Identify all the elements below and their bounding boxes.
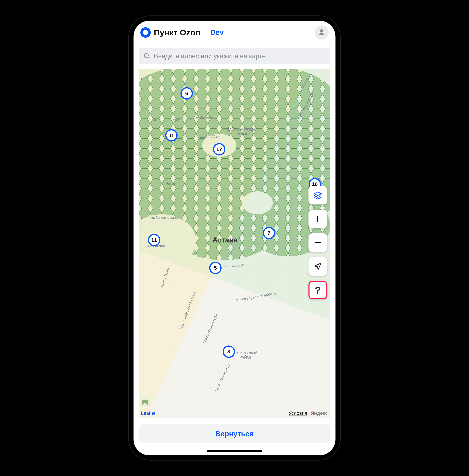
layers-button[interactable] — [308, 186, 327, 204]
road-label: просп. Аль-Фараби — [296, 92, 315, 121]
map-controls: ? — [308, 186, 327, 299]
road-label: просп. Туран — [160, 267, 170, 288]
cluster-marker[interactable]: 11 — [148, 234, 160, 246]
cluster-marker[interactable]: 17 — [213, 143, 225, 155]
cluster-marker[interactable]: 5 — [209, 262, 222, 274]
road-label: ул. Александ — [298, 73, 312, 93]
return-button-label: Вернуться — [215, 430, 254, 438]
road-label: ул. Сыганак — [225, 263, 244, 268]
layers-icon — [314, 191, 322, 199]
cluster-marker[interactable]: 6 — [181, 87, 193, 99]
search-placeholder: Введите адрес или укажите на карте — [154, 52, 266, 60]
road-label: просп. Мангилик Ел — [214, 363, 231, 393]
road-label: ул. Ханов Керея и Жанибека — [230, 291, 276, 303]
road-label: ул. Мухамедханова — [150, 216, 182, 220]
terms-link[interactable]: Условия — [289, 410, 307, 416]
ozon-logo-icon — [140, 27, 151, 38]
search-input[interactable]: Введите адрес или укажите на карте — [139, 48, 330, 64]
district-label: ЕСИЛЬСКИЙРАЙОН — [234, 351, 258, 359]
question-icon: ? — [315, 285, 321, 296]
home-indicator — [207, 450, 262, 452]
road-label: просп. Богенбай батыра — [173, 115, 212, 122]
plus-icon — [314, 215, 322, 223]
app-header: Пункт Ozon Dev — [134, 21, 335, 43]
search-icon — [144, 53, 150, 60]
hex-overlay — [139, 69, 330, 260]
minus-icon — [314, 238, 322, 247]
cluster-marker[interactable]: 8 — [165, 129, 178, 142]
map-city-label: Астана — [212, 236, 237, 244]
zoom-out-button[interactable] — [308, 233, 327, 252]
district-label: БАЙКОНУРСКИЙРАЙОН — [227, 128, 258, 136]
cluster-marker[interactable]: 7 — [263, 227, 275, 239]
zoom-in-button[interactable] — [308, 210, 327, 228]
road-label: просп. Абая — [200, 134, 219, 139]
leaflet-attribution[interactable]: Leaflet — [141, 410, 155, 416]
yandex-attribution[interactable]: Яндекс — [311, 410, 328, 416]
navigate-icon — [314, 262, 322, 271]
road-label: р. Ишим — [162, 181, 175, 186]
help-button[interactable]: ? — [308, 281, 327, 299]
cluster-marker[interactable]: 8 — [223, 345, 235, 358]
user-icon — [318, 29, 325, 36]
road-label: просп. Мангилик Ел — [202, 313, 219, 344]
road-label: просп. Кабанбай Батыра — [179, 292, 196, 330]
page-title: Пункт Ozon — [154, 28, 201, 37]
map-canvas[interactable]: Астана БАЙКОНУРСКИЙРАЙОНЕСИЛЬСКИЙРАЙОН п… — [139, 69, 330, 418]
svg-rect-15 — [139, 69, 330, 260]
locate-button[interactable] — [308, 257, 327, 276]
profile-button[interactable] — [315, 25, 329, 40]
road-label: ендиева — [143, 118, 156, 122]
broken-image-icon — [141, 397, 150, 406]
env-badge: Dev — [210, 28, 224, 37]
return-button[interactable]: Вернуться — [139, 424, 330, 443]
